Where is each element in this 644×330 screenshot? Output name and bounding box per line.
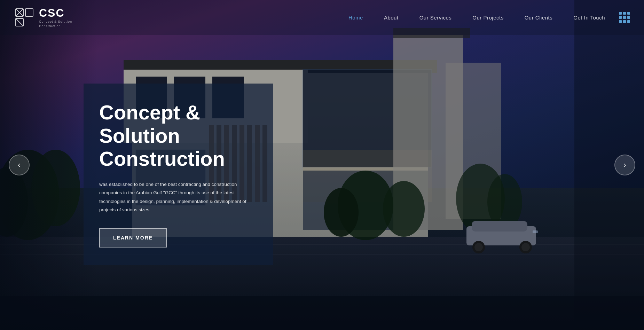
grid-menu-icon[interactable] xyxy=(619,12,630,23)
hero-title-line1: Concept & xyxy=(99,101,200,124)
grid-dot xyxy=(619,20,622,23)
grid-dot xyxy=(627,20,630,23)
grid-dot xyxy=(623,12,626,15)
grid-dot xyxy=(619,16,622,19)
logo-csc-text: CSC xyxy=(39,7,72,19)
chevron-right-icon: › xyxy=(623,160,626,170)
hero-content-box: Concept & Solution Construction was esta… xyxy=(84,84,273,265)
logo-text: CSC Concept & Solution Construction xyxy=(39,7,72,28)
carousel-next-button[interactable]: › xyxy=(614,155,635,175)
nav-our-services[interactable]: Our Services xyxy=(419,15,452,21)
learn-more-button[interactable]: LEARN MORE xyxy=(99,228,167,248)
grid-dot xyxy=(623,20,626,23)
chevron-left-icon: ‹ xyxy=(18,160,20,170)
logo-area[interactable]: CSC Concept & Solution Construction xyxy=(14,7,84,28)
nav-get-in-touch[interactable]: Get In Touch xyxy=(573,15,605,21)
grid-dot xyxy=(627,16,630,19)
nav-about[interactable]: About xyxy=(384,15,399,21)
grid-dot xyxy=(623,16,626,19)
logo-subtitle-line1: Concept & Solution xyxy=(39,19,72,24)
svg-rect-52 xyxy=(25,9,33,16)
hero-title: Concept & Solution Construction xyxy=(99,101,256,171)
svg-line-51 xyxy=(16,18,23,26)
hero-description: was established to be one of the best co… xyxy=(99,180,256,214)
logo-icon xyxy=(14,7,35,28)
nav-our-clients[interactable]: Our Clients xyxy=(525,15,553,21)
grid-dot xyxy=(619,12,622,15)
nav-home[interactable]: Home xyxy=(348,15,363,21)
logo-subtitle-line2: Construction xyxy=(39,24,72,29)
hero-title-line2: Solution xyxy=(99,124,180,147)
carousel-prev-button[interactable]: ‹ xyxy=(9,155,30,175)
grid-dot xyxy=(627,12,630,15)
nav-links: Home About Our Services Our Projects Our… xyxy=(348,15,605,21)
nav-our-projects[interactable]: Our Projects xyxy=(472,15,503,21)
navbar: CSC Concept & Solution Construction Home… xyxy=(0,0,644,35)
hero-title-line3: Construction xyxy=(99,147,225,170)
